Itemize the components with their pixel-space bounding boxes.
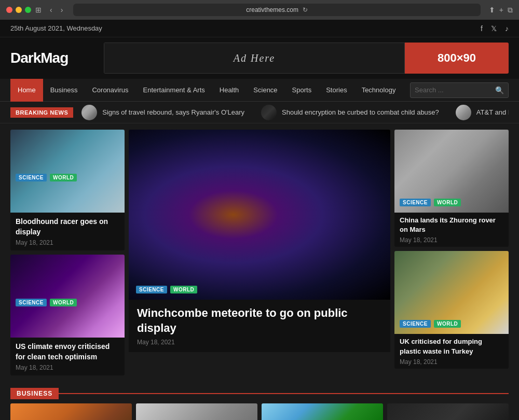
card-date-1: May 18, 2021 <box>16 239 119 246</box>
minimize-button[interactable] <box>16 7 22 13</box>
new-tab-icon[interactable]: + <box>499 6 503 15</box>
section-divider <box>59 393 509 394</box>
breaking-text-2: Should encryption be curbed to combat ch… <box>282 108 439 116</box>
tabs-icon[interactable]: ⧉ <box>508 6 513 15</box>
tags-overlay-2: SCIENCE WORLD <box>16 299 77 306</box>
card-title-1: Bloodhound racer goes on display <box>16 217 119 237</box>
tag-science-4: SCIENCE <box>400 320 431 328</box>
tag-science-2: SCIENCE <box>16 299 47 306</box>
search-box[interactable]: 🔍 <box>410 82 509 98</box>
browser-chrome: ⊞ ‹ › creativthemes.com ↻ ⬆ + ⧉ <box>0 0 519 20</box>
maximize-button[interactable] <box>25 7 31 13</box>
article-card-3[interactable]: SCIENCE WORLD China lands its Zhurong ro… <box>394 130 509 247</box>
section-title-business: BUSINESS <box>10 388 59 399</box>
forward-button[interactable]: › <box>59 6 65 14</box>
back-button[interactable]: ‹ <box>48 6 54 14</box>
tag-science-1: SCIENCE <box>16 174 47 181</box>
nav-health[interactable]: Health <box>212 79 247 102</box>
card-body-3: China lands its Zhurong rover on Mars Ma… <box>394 213 509 247</box>
article-card-1[interactable]: SCIENCE WORLD Bloodhound racer goes on d… <box>10 130 125 250</box>
ad-size: 800×90 <box>405 43 509 74</box>
bottom-card-2[interactable] <box>136 403 257 420</box>
top-bar: 25th August 2021, Wednesday f 𝕏 ♪ <box>0 20 519 37</box>
featured-article[interactable]: SCIENCE WORLD Winchcombe meteorite to go… <box>129 130 390 375</box>
nav-technology[interactable]: Technology <box>354 79 403 102</box>
nav-sports[interactable]: Sports <box>285 79 319 102</box>
tiktok-icon[interactable]: ♪ <box>505 24 509 33</box>
tag-world-4: WORLD <box>434 320 461 328</box>
ad-banner[interactable]: Ad Here 800×90 <box>104 43 509 74</box>
featured-date: May 18, 2021 <box>137 339 382 346</box>
tag-world-1: WORLD <box>50 174 77 181</box>
card-title-2: US climate envoy criticised for clean te… <box>16 342 119 362</box>
site-header: DarkMag Ad Here 800×90 <box>0 37 519 79</box>
card-date-3: May 18, 2021 <box>400 236 503 244</box>
browser-actions: ⬆ + ⧉ <box>489 6 513 15</box>
tag-science-feat: SCIENCE <box>136 286 167 293</box>
date-display: 25th August 2021, Wednesday <box>10 24 102 32</box>
ad-text: Ad Here <box>104 43 405 74</box>
card-date-4: May 18, 2021 <box>400 358 503 366</box>
nav-coronavirus[interactable]: Coronavirus <box>85 79 135 102</box>
breaking-thumb-2 <box>261 105 277 120</box>
main-content: SCIENCE WORLD Bloodhound racer goes on d… <box>0 123 519 420</box>
breaking-item-2[interactable]: Should encryption be curbed to combat ch… <box>261 105 439 120</box>
breaking-thumb-3 <box>456 105 471 120</box>
tags-overlay-1: SCIENCE WORLD <box>16 174 77 181</box>
nav-items: Home Business Coronavirus Entertainment … <box>10 79 410 102</box>
window-icon: ⊞ <box>35 6 42 14</box>
traffic-lights <box>6 7 31 13</box>
nav-entertainment[interactable]: Entertainment & Arts <box>136 79 212 102</box>
social-links: f 𝕏 ♪ <box>481 24 509 33</box>
bottom-card-4[interactable] <box>387 403 509 420</box>
facebook-icon[interactable]: f <box>481 24 483 33</box>
reload-icon[interactable]: ↻ <box>303 6 308 13</box>
tag-world-feat: WORLD <box>170 286 197 293</box>
nav-stories[interactable]: Stories <box>319 79 354 102</box>
breaking-text-1: Signs of travel rebound, says Ryanair's … <box>102 108 244 116</box>
breaking-badge: BREAKING NEWS <box>10 107 73 118</box>
card-body-2: US climate envoy criticised for clean te… <box>10 338 125 375</box>
tags-overlay-3: SCIENCE WORLD <box>400 199 461 206</box>
site-logo[interactable]: DarkMag <box>10 50 93 66</box>
tags-overlay-4: SCIENCE WORLD <box>400 320 461 328</box>
nav-science[interactable]: Science <box>246 79 284 102</box>
card-title-4: UK criticised for dumping plastic waste … <box>400 337 503 356</box>
search-icon[interactable]: 🔍 <box>495 86 504 94</box>
articles-grid: SCIENCE WORLD Bloodhound racer goes on d… <box>10 130 509 380</box>
breaking-text-3: AT&T and Discov <box>476 108 509 116</box>
close-button[interactable] <box>6 7 12 13</box>
right-column: SCIENCE WORLD China lands its Zhurong ro… <box>394 130 509 375</box>
search-input[interactable] <box>415 86 495 94</box>
business-section-header: BUSINESS <box>10 388 509 399</box>
breaking-thumb-1 <box>81 105 97 120</box>
share-icon[interactable]: ⬆ <box>489 6 495 15</box>
nav-business[interactable]: Business <box>43 79 85 102</box>
nav-home[interactable]: Home <box>10 79 43 102</box>
address-bar[interactable]: creativthemes.com ↻ <box>73 4 480 16</box>
left-column: SCIENCE WORLD Bloodhound racer goes on d… <box>10 130 125 375</box>
breaking-item-3[interactable]: AT&T and Discov <box>456 105 509 120</box>
breaking-news-bar: BREAKING NEWS Signs of travel rebound, s… <box>0 102 519 123</box>
card-body-4: UK criticised for dumping plastic waste … <box>394 334 509 368</box>
main-nav: Home Business Coronavirus Entertainment … <box>0 79 519 102</box>
bottom-cards-row <box>10 403 509 420</box>
tag-world-3: WORLD <box>434 199 461 206</box>
article-card-4[interactable]: SCIENCE WORLD UK criticised for dumping … <box>394 251 509 368</box>
card-body-1: Bloodhound racer goes on display May 18,… <box>10 213 125 250</box>
twitter-icon[interactable]: 𝕏 <box>491 24 497 33</box>
card-date-2: May 18, 2021 <box>16 364 119 371</box>
featured-body: Winchcombe meteorite to go on public dis… <box>129 300 390 352</box>
bottom-card-1[interactable] <box>10 403 132 420</box>
url-display: creativthemes.com <box>246 6 298 13</box>
breaking-news-items: Signs of travel rebound, says Ryanair's … <box>81 105 509 120</box>
tag-science-3: SCIENCE <box>400 199 431 206</box>
featured-title: Winchcombe meteorite to go on public dis… <box>137 306 382 335</box>
featured-tags: SCIENCE WORLD <box>136 286 197 293</box>
bottom-card-3[interactable] <box>262 403 383 420</box>
tag-world-2: WORLD <box>50 299 77 306</box>
article-card-2[interactable]: SCIENCE WORLD US climate envoy criticise… <box>10 255 125 375</box>
card-title-3: China lands its Zhurong rover on Mars <box>400 216 503 234</box>
breaking-item-1[interactable]: Signs of travel rebound, says Ryanair's … <box>81 105 244 120</box>
